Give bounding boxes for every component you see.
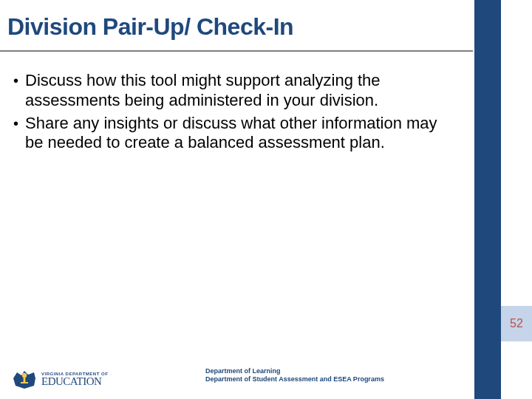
slide: Division Pair-Up/ Check-In • Discuss how… bbox=[0, 0, 532, 399]
slide-body: • Discuss how this tool might support an… bbox=[13, 71, 457, 156]
bullet-text: Discuss how this tool might support anal… bbox=[25, 71, 457, 111]
title-underline bbox=[0, 50, 473, 52]
logo-line-2: EDUCATION bbox=[41, 376, 108, 387]
bullet-item: • Share any insights or discuss what oth… bbox=[13, 114, 457, 154]
slide-title: Division Pair-Up/ Check-In bbox=[7, 13, 293, 41]
bullet-text: Share any insights or discuss what other… bbox=[25, 114, 457, 154]
bullet-item: • Discuss how this tool might support an… bbox=[13, 71, 457, 111]
logo-text: VIRGINIA DEPARTMENT OF EDUCATION bbox=[41, 372, 108, 387]
bullet-dot-icon: • bbox=[13, 114, 25, 154]
virginia-seal-icon bbox=[12, 368, 37, 390]
department-footer: Department of Learning Department of Stu… bbox=[205, 367, 384, 384]
dept-line-1: Department of Learning bbox=[205, 367, 384, 376]
svg-rect-2 bbox=[21, 382, 28, 383]
svg-rect-1 bbox=[24, 377, 26, 382]
page-number: 52 bbox=[510, 317, 523, 330]
accent-side-bar bbox=[474, 0, 501, 399]
vdoe-logo: VIRGINIA DEPARTMENT OF EDUCATION bbox=[12, 368, 108, 390]
dept-line-2: Department of Student Assessment and ESE… bbox=[205, 375, 384, 384]
slide-footer: VIRGINIA DEPARTMENT OF EDUCATION Departm… bbox=[0, 355, 532, 399]
page-number-badge: 52 bbox=[501, 306, 532, 341]
bullet-dot-icon: • bbox=[13, 71, 25, 111]
